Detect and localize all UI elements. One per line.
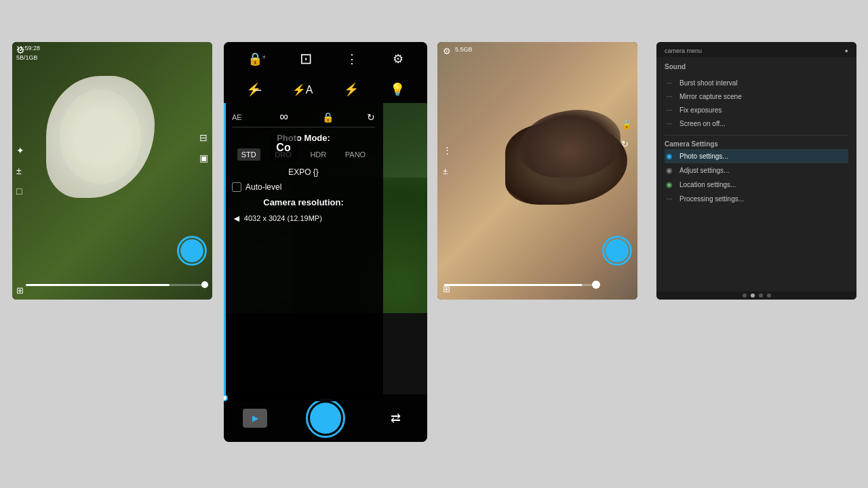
adjust-settings-icon: ◉ — [665, 166, 674, 175]
auto-level-checkbox[interactable] — [232, 182, 241, 192]
menu-item-capture[interactable]: ··· Mirror capture scene — [665, 89, 848, 103]
thumbnail-icon[interactable]: ⊟ — [199, 132, 208, 143]
side-icons-left: ✦ ± □ — [16, 145, 24, 197]
status-time-left: 11:59:28 — [16, 45, 40, 52]
menu-item-location-settings[interactable]: ◉ Location settings... — [665, 178, 848, 192]
toolbar-row1: 🔒± ⊡ ⋮ ⚙ — [224, 42, 427, 76]
square-icon[interactable]: □ — [16, 186, 24, 197]
mode-tab-std[interactable]: STD — [237, 148, 260, 161]
toolbar-row2: ⚡̶ ⚡A ⚡ 💡 — [224, 76, 427, 103]
menu-item-photo-settings[interactable]: ◉ Photo settings... — [665, 149, 848, 163]
main-capture-button[interactable] — [306, 399, 345, 438]
resolution-value: 4032 x 3024 (12.19MP) — [244, 214, 322, 222]
refresh-icon[interactable]: ↻ — [367, 112, 375, 123]
capture-button-right-mid[interactable] — [602, 236, 632, 266]
bottom-dot-3[interactable] — [759, 293, 763, 298]
expo-label[interactable]: EXPO {} — [288, 167, 319, 177]
panel-bottom-bar — [656, 291, 856, 300]
menu-item-screensaver[interactable]: ··· Screen on off... — [665, 117, 848, 130]
processing-settings-icon: ··· — [665, 195, 674, 203]
infinity-icon[interactable]: ∞ — [279, 110, 288, 124]
cat-silhouette — [519, 110, 620, 178]
lock-icon-right-mid[interactable]: 🔒 — [621, 119, 632, 129]
camera-preview-right-mid: ⚙ 5.5GB ⋮ ± 🔒 ↻ ⊞ — [437, 42, 637, 300]
panel-section-camera-settings: Camera Settings ◉ Photo settings... ◉ Ad… — [656, 138, 856, 207]
co-text: Co — [276, 142, 290, 154]
phone-right-mid: ⚙ 5.5GB ⋮ ± 🔒 ↻ ⊞ — [437, 42, 637, 300]
panel-divider — [665, 135, 848, 136]
panel-content: Sound ··· Burst shoot interval ··· Mirro… — [656, 57, 856, 211]
zoom-dot-right-mid — [592, 281, 600, 289]
exposure-label: Fix exposures — [679, 106, 722, 114]
flash-lamp-icon[interactable]: 💡 — [390, 82, 405, 97]
camera-settings-title: Camera Settings — [665, 140, 848, 148]
phone-left: ⚙ 11:59:28 5B/1GB ✦ ± □ ⊟ ▣ ⊞ — [12, 42, 212, 300]
lock-exposure-icon[interactable]: 🔒± — [248, 52, 265, 66]
zoom-bar-right-mid[interactable] — [444, 284, 597, 286]
settings-icon-right-mid[interactable]: ⚙ — [443, 46, 451, 56]
focus-lock-icon[interactable]: 🔒 — [322, 112, 334, 123]
zoom-bar-left[interactable] — [26, 284, 205, 286]
mode-tab-hdr[interactable]: HDR — [306, 148, 330, 161]
more-options-icon[interactable]: ⋮ — [346, 52, 358, 66]
storage-left: 5B/1GB — [16, 54, 38, 61]
ae-controls-row: AE ∞ 🔒 ↻ — [232, 110, 375, 124]
flash-auto-icon[interactable]: ⚡A — [292, 83, 313, 96]
panel-section-interval: ··· Burst shoot interval ··· Mirror capt… — [656, 74, 856, 132]
capture-inner-right-mid — [606, 239, 629, 262]
top-toolbar: 🔒± ⊡ ⋮ ⚙ ⚡̶ ⚡A ⚡ 💡 — [224, 42, 427, 103]
screensaver-icon: ··· — [665, 119, 674, 127]
capture-icon: ··· — [665, 92, 674, 100]
auto-level-row: Auto-level — [232, 182, 375, 192]
mode-icon[interactable]: ✦ — [16, 145, 24, 156]
photo-mode-section: Photo Mode: STD DRO HDR PANO — [232, 127, 375, 161]
location-settings-label: Location settings... — [679, 181, 736, 188]
grid-icon[interactable]: ⊞ — [16, 285, 24, 296]
settings-overlay: AE ∞ 🔒 ↻ Photo Mode: STD DRO HDR PANO EX… — [224, 103, 383, 401]
video-switch-icon[interactable]: ▣ — [199, 152, 208, 163]
side-line — [224, 103, 226, 401]
menu-item-exposure[interactable]: ··· Fix exposures — [665, 103, 848, 117]
screensaver-label: Screen on off... — [679, 120, 726, 127]
bottom-dot-1[interactable] — [743, 293, 747, 298]
flash-on-icon[interactable]: ⚡ — [344, 82, 359, 97]
ae-label: AE — [232, 113, 242, 121]
expo-row: EXPO {} — [232, 167, 375, 177]
camera-resolution-title: Camera resolution: — [232, 197, 375, 207]
menu-item-processing-settings[interactable]: ··· Processing settings... — [665, 192, 848, 205]
refresh-icon-right-mid[interactable]: ↻ — [621, 139, 632, 149]
auto-level-label: Auto-level — [245, 182, 281, 192]
panel-header-title: camera menu — [665, 47, 702, 54]
capture-label: Mirror capture scene — [679, 93, 742, 100]
bottom-dot-4[interactable] — [767, 293, 771, 298]
storage-right-mid: 5.5GB — [455, 46, 473, 53]
menu-item-adjust-settings[interactable]: ◉ Adjust settings... — [665, 163, 848, 178]
side-icons-right-right-mid: 🔒 ↻ — [621, 119, 632, 149]
phone-right-panel: camera menu ● Sound ··· Burst shoot inte… — [656, 42, 856, 300]
capture-button-left[interactable] — [177, 236, 207, 266]
resolution-arrow[interactable]: ◄ — [232, 213, 241, 224]
capture-button-inner-left — [180, 239, 203, 262]
zoom-dot-left — [201, 281, 208, 288]
flip-camera-button[interactable]: ⇄ — [384, 409, 408, 428]
video-capture-button[interactable] — [243, 409, 267, 428]
photo-settings-icon: ◉ — [665, 152, 674, 161]
bottom-dot-2[interactable] — [751, 293, 755, 298]
zoom-fill-right-mid — [444, 284, 582, 286]
exposure-comp-icon[interactable]: ⊡ — [300, 50, 312, 68]
grid-icon-right-mid[interactable]: ⊞ — [443, 284, 450, 294]
menu-icon-right-mid[interactable]: ⋮ — [443, 145, 452, 155]
exposure-icon-right-mid[interactable]: ± — [443, 166, 452, 176]
mode-tab-pano[interactable]: PANO — [341, 148, 370, 161]
panel-header-clock: ● — [845, 47, 848, 54]
exposure-icon[interactable]: ± — [16, 165, 24, 176]
zoom-fill-left — [26, 284, 170, 286]
processing-settings-label: Processing settings... — [679, 195, 744, 203]
bottom-controls-center: ⇄ — [224, 394, 427, 442]
settings-icon-center[interactable]: ⚙ — [393, 52, 403, 66]
flash-off-icon[interactable]: ⚡̶ — [246, 82, 261, 97]
interval-icon: ··· — [665, 79, 674, 87]
exposure-icon-panel: ··· — [665, 106, 674, 114]
resolution-row: ◄ 4032 x 3024 (12.19MP) — [232, 213, 375, 224]
menu-item-interval[interactable]: ··· Burst shoot interval — [665, 76, 848, 89]
